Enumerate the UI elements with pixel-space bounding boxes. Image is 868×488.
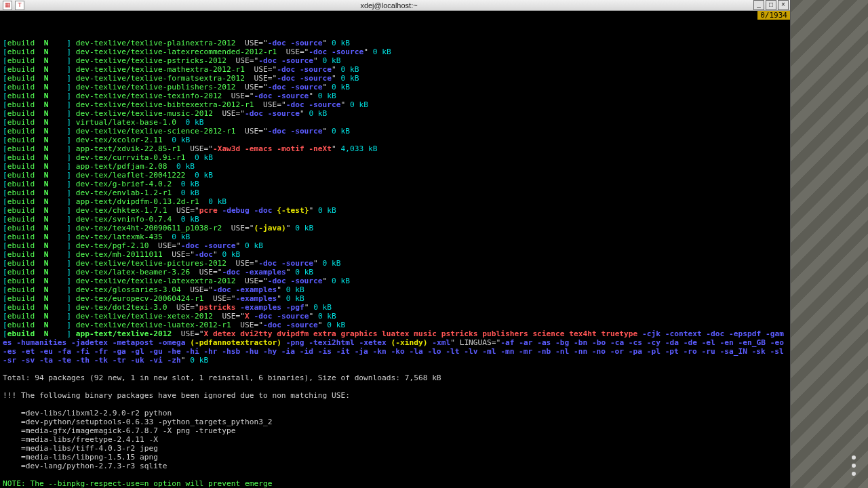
search-counter: 0/1934 — [757, 11, 790, 20]
emerge-line: [ebuild N ] dev-tex/tex4ht-20090611_p103… — [3, 224, 787, 232]
maximize-button[interactable]: □ — [766, 0, 776, 10]
desktop: ▦ T xdej@localhost:~ _ □ × 0/1934 [ebuil… — [0, 0, 868, 488]
summary-line: Total: 94 packages (92 new, 1 in new slo… — [3, 373, 787, 382]
emerge-line: [ebuild N ] dev-texlive/texlive-pstricks… — [3, 56, 787, 65]
desktop-wallpaper — [790, 0, 868, 488]
emerge-line: [ebuild N ] dev-tex/xcolor-2.11 0 kB — [3, 136, 787, 144]
note-line: NOTE: The --binpkg-respect-use=n option … — [3, 479, 787, 488]
emerge-line: [ebuild N ] app-text/pdfjam-2.08 0 kB — [3, 162, 787, 171]
emerge-line: [ebuild N ] dev-tex/latexmk-435 0 kB — [3, 232, 787, 241]
ignored-pkg: =media-libs/tiff-4.0.3-r2 jpeg — [3, 444, 787, 453]
emerge-line: [ebuild N ] dev-tex/latex-beamer-3.26 US… — [3, 268, 787, 277]
ignored-header: !!! The following binary packages have b… — [3, 391, 787, 400]
emerge-line: [ebuild N ] virtual/latex-base-1.0 0 kB — [3, 118, 787, 127]
window-title: xdej@localhost:~ — [24, 1, 753, 9]
emerge-line: [ebuild N ] dev-tex/pgf-2.10 USE="-doc -… — [3, 241, 787, 250]
emerge-line: [ebuild N ] dev-texlive/texlive-bibtexex… — [3, 100, 787, 109]
emerge-line: [ebuild N ] dev-tex/svninfo-0.7.4 0 kB — [3, 215, 787, 224]
ignored-pkg: =dev-python/setuptools-0.6.33 -python_ta… — [3, 418, 787, 426]
emerge-line: [ebuild N ] dev-texlive/texlive-formatse… — [3, 74, 787, 83]
terminal-output[interactable]: 0/1934 [ebuild N ] dev-texlive/texlive-p… — [0, 11, 790, 488]
emerge-line: [ebuild N ] dev-tex/dot2texi-3.0 USE="ps… — [3, 303, 787, 312]
emerge-line: [ebuild N ] dev-texlive/texlive-luatex-2… — [3, 321, 787, 329]
emerge-line: [ebuild N ] dev-texlive/texlive-texinfo-… — [3, 92, 787, 100]
emerge-line: [ebuild N ] dev-texlive/texlive-mathextr… — [3, 65, 787, 74]
emerge-line: [ebuild N ] dev-texlive/texlive-pictures… — [3, 259, 787, 268]
menu-dots-icon[interactable] — [852, 455, 856, 476]
emerge-line: [ebuild N ] dev-texlive/texlive-xetex-20… — [3, 312, 787, 321]
titlebar: ▦ T xdej@localhost:~ _ □ × — [0, 0, 790, 11]
emerge-line: [ebuild N ] dev-tex/leaflet-20041222 0 k… — [3, 171, 787, 180]
emerge-line: [ebuild N ] dev-texlive/texlive-publishe… — [3, 83, 787, 92]
emerge-line: [ebuild N ] app-text/xdvik-22.85-r1 USE=… — [3, 144, 787, 153]
ignored-pkg: =media-libs/freetype-2.4.11 -X — [3, 435, 787, 444]
emerge-line: [ebuild N ] dev-texlive/texlive-music-20… — [3, 109, 787, 118]
emerge-line-final: [ebuild N ] app-text/texlive-2012 USE="X… — [3, 329, 787, 365]
app-icon: ▦ — [3, 1, 12, 10]
app-icon-2: T — [15, 1, 24, 10]
ignored-pkg: =media-libs/libpng-1.5.15 apng — [3, 453, 787, 462]
emerge-line: [ebuild N ] dev-texlive/texlive-latexext… — [3, 277, 787, 285]
close-button[interactable]: × — [778, 0, 789, 10]
ignored-pkg: =dev-libs/libxml2-2.9.0-r2 python — [3, 409, 787, 418]
emerge-line: [ebuild N ] dev-texlive/texlive-science-… — [3, 127, 787, 136]
ignored-pkg: =media-gfx/imagemagick-6.7.8.7 -X png -t… — [3, 426, 787, 435]
emerge-line: [ebuild N ] dev-tex/europecv-20060424-r1… — [3, 294, 787, 303]
emerge-line: [ebuild N ] dev-tex/currvita-0.9i-r1 0 k… — [3, 153, 787, 162]
emerge-line: [ebuild N ] app-text/dvipdfm-0.13.2d-r1 … — [3, 197, 787, 206]
ignored-pkg: =dev-lang/python-2.7.3-r3 sqlite — [3, 462, 787, 470]
emerge-line: [ebuild N ] dev-tex/glossaries-3.04 USE=… — [3, 285, 787, 294]
emerge-line: [ebuild N ] dev-texlive/texlive-plainext… — [3, 39, 787, 47]
emerge-line: [ebuild N ] dev-tex/envlab-1.2-r1 0 kB — [3, 188, 787, 197]
terminal-window: ▦ T xdej@localhost:~ _ □ × 0/1934 [ebuil… — [0, 0, 791, 488]
minimize-button[interactable]: _ — [753, 0, 764, 10]
emerge-line: [ebuild N ] dev-texlive/texlive-latexrec… — [3, 47, 787, 56]
emerge-line: [ebuild N ] dev-tex/mh-20111011 USE="-do… — [3, 250, 787, 259]
emerge-line: [ebuild N ] dev-tex/g-brief-4.0.2 0 kB — [3, 180, 787, 188]
emerge-line: [ebuild N ] dev-tex/chktex-1.7.1 USE="pc… — [3, 206, 787, 215]
